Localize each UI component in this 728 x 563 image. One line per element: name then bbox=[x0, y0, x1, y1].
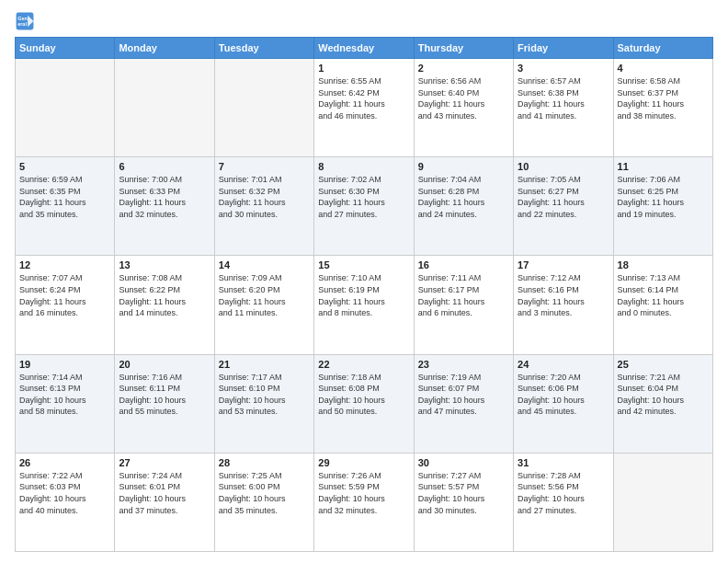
day-info: Sunrise: 7:13 AM Sunset: 6:14 PM Dayligh… bbox=[618, 272, 709, 318]
day-number: 22 bbox=[318, 359, 409, 370]
calendar-cell: 15Sunrise: 7:10 AM Sunset: 6:19 PM Dayli… bbox=[314, 256, 414, 354]
day-info: Sunrise: 7:26 AM Sunset: 5:59 PM Dayligh… bbox=[318, 470, 409, 516]
day-number: 8 bbox=[318, 161, 409, 172]
day-info: Sunrise: 7:02 AM Sunset: 6:30 PM Dayligh… bbox=[318, 174, 409, 220]
day-info: Sunrise: 7:04 AM Sunset: 6:28 PM Dayligh… bbox=[418, 174, 509, 220]
calendar-cell: 9Sunrise: 7:04 AM Sunset: 6:28 PM Daylig… bbox=[414, 157, 513, 256]
day-number: 6 bbox=[119, 161, 210, 172]
calendar-week-0: 1Sunrise: 6:55 AM Sunset: 6:42 PM Daylig… bbox=[16, 59, 713, 157]
svg-text:eral: eral bbox=[17, 22, 27, 28]
calendar-cell bbox=[613, 453, 712, 551]
day-number: 11 bbox=[618, 161, 709, 172]
calendar-cell: 1Sunrise: 6:55 AM Sunset: 6:42 PM Daylig… bbox=[314, 59, 414, 157]
day-number: 23 bbox=[418, 359, 509, 370]
day-info: Sunrise: 7:18 AM Sunset: 6:08 PM Dayligh… bbox=[318, 372, 409, 418]
calendar-cell: 21Sunrise: 7:17 AM Sunset: 6:10 PM Dayli… bbox=[214, 354, 313, 453]
day-number: 26 bbox=[19, 457, 110, 468]
weekday-header-wednesday: Wednesday bbox=[314, 38, 414, 59]
calendar-cell: 6Sunrise: 7:00 AM Sunset: 6:33 PM Daylig… bbox=[115, 157, 214, 256]
day-info: Sunrise: 7:09 AM Sunset: 6:20 PM Dayligh… bbox=[219, 272, 310, 318]
day-info: Sunrise: 7:28 AM Sunset: 5:56 PM Dayligh… bbox=[518, 470, 609, 516]
day-info: Sunrise: 7:14 AM Sunset: 6:13 PM Dayligh… bbox=[19, 372, 110, 418]
day-info: Sunrise: 7:08 AM Sunset: 6:22 PM Dayligh… bbox=[119, 272, 210, 318]
day-number: 24 bbox=[518, 359, 609, 370]
calendar-cell: 10Sunrise: 7:05 AM Sunset: 6:27 PM Dayli… bbox=[514, 157, 613, 256]
calendar-cell: 13Sunrise: 7:08 AM Sunset: 6:22 PM Dayli… bbox=[115, 256, 214, 354]
calendar-cell: 31Sunrise: 7:28 AM Sunset: 5:56 PM Dayli… bbox=[514, 453, 613, 551]
day-info: Sunrise: 6:58 AM Sunset: 6:37 PM Dayligh… bbox=[618, 75, 709, 121]
day-info: Sunrise: 7:10 AM Sunset: 6:19 PM Dayligh… bbox=[318, 272, 409, 318]
day-number: 16 bbox=[418, 259, 509, 270]
day-number: 9 bbox=[418, 161, 509, 172]
day-number: 12 bbox=[19, 259, 110, 270]
calendar-week-1: 5Sunrise: 6:59 AM Sunset: 6:35 PM Daylig… bbox=[16, 157, 713, 256]
calendar-cell bbox=[115, 59, 214, 157]
weekday-header-sunday: Sunday bbox=[16, 38, 115, 59]
day-info: Sunrise: 7:07 AM Sunset: 6:24 PM Dayligh… bbox=[19, 272, 110, 318]
day-number: 21 bbox=[219, 359, 310, 370]
day-info: Sunrise: 6:57 AM Sunset: 6:38 PM Dayligh… bbox=[518, 75, 609, 121]
calendar-cell: 3Sunrise: 6:57 AM Sunset: 6:38 PM Daylig… bbox=[514, 59, 613, 157]
day-info: Sunrise: 7:12 AM Sunset: 6:16 PM Dayligh… bbox=[518, 272, 609, 318]
day-info: Sunrise: 7:21 AM Sunset: 6:04 PM Dayligh… bbox=[618, 372, 709, 418]
day-number: 17 bbox=[518, 259, 609, 270]
header: Gen eral bbox=[15, 11, 713, 31]
day-number: 28 bbox=[219, 457, 310, 468]
day-info: Sunrise: 7:24 AM Sunset: 6:01 PM Dayligh… bbox=[119, 470, 210, 516]
day-info: Sunrise: 7:27 AM Sunset: 5:57 PM Dayligh… bbox=[418, 470, 509, 516]
day-number: 27 bbox=[119, 457, 210, 468]
weekday-header-tuesday: Tuesday bbox=[214, 38, 313, 59]
day-number: 19 bbox=[19, 359, 110, 370]
day-info: Sunrise: 6:56 AM Sunset: 6:40 PM Dayligh… bbox=[418, 75, 509, 121]
day-info: Sunrise: 7:05 AM Sunset: 6:27 PM Dayligh… bbox=[518, 174, 609, 220]
calendar-cell: 20Sunrise: 7:16 AM Sunset: 6:11 PM Dayli… bbox=[115, 354, 214, 453]
calendar-week-4: 26Sunrise: 7:22 AM Sunset: 6:03 PM Dayli… bbox=[16, 453, 713, 551]
day-number: 5 bbox=[19, 161, 110, 172]
day-info: Sunrise: 7:11 AM Sunset: 6:17 PM Dayligh… bbox=[418, 272, 509, 318]
day-info: Sunrise: 7:06 AM Sunset: 6:25 PM Dayligh… bbox=[618, 174, 709, 220]
day-info: Sunrise: 7:16 AM Sunset: 6:11 PM Dayligh… bbox=[119, 372, 210, 418]
calendar-cell: 16Sunrise: 7:11 AM Sunset: 6:17 PM Dayli… bbox=[414, 256, 513, 354]
day-number: 31 bbox=[518, 457, 609, 468]
day-info: Sunrise: 7:20 AM Sunset: 6:06 PM Dayligh… bbox=[518, 372, 609, 418]
day-info: Sunrise: 7:17 AM Sunset: 6:10 PM Dayligh… bbox=[219, 372, 310, 418]
day-number: 7 bbox=[219, 161, 310, 172]
logo: Gen eral bbox=[15, 11, 39, 31]
calendar-cell: 12Sunrise: 7:07 AM Sunset: 6:24 PM Dayli… bbox=[16, 256, 115, 354]
day-info: Sunrise: 6:55 AM Sunset: 6:42 PM Dayligh… bbox=[318, 75, 409, 121]
day-number: 10 bbox=[518, 161, 609, 172]
day-number: 1 bbox=[318, 63, 409, 74]
calendar-cell: 19Sunrise: 7:14 AM Sunset: 6:13 PM Dayli… bbox=[16, 354, 115, 453]
calendar-cell: 25Sunrise: 7:21 AM Sunset: 6:04 PM Dayli… bbox=[613, 354, 712, 453]
logo-icon: Gen eral bbox=[15, 11, 35, 31]
day-number: 18 bbox=[618, 259, 709, 270]
calendar-cell: 17Sunrise: 7:12 AM Sunset: 6:16 PM Dayli… bbox=[514, 256, 613, 354]
day-number: 25 bbox=[618, 359, 709, 370]
calendar-cell: 30Sunrise: 7:27 AM Sunset: 5:57 PM Dayli… bbox=[414, 453, 513, 551]
calendar-cell: 11Sunrise: 7:06 AM Sunset: 6:25 PM Dayli… bbox=[613, 157, 712, 256]
day-number: 14 bbox=[219, 259, 310, 270]
calendar-table: SundayMondayTuesdayWednesdayThursdayFrid… bbox=[15, 37, 713, 552]
calendar-week-3: 19Sunrise: 7:14 AM Sunset: 6:13 PM Dayli… bbox=[16, 354, 713, 453]
weekday-header-row: SundayMondayTuesdayWednesdayThursdayFrid… bbox=[16, 38, 713, 59]
day-info: Sunrise: 6:59 AM Sunset: 6:35 PM Dayligh… bbox=[19, 174, 110, 220]
day-number: 29 bbox=[318, 457, 409, 468]
weekday-header-friday: Friday bbox=[514, 38, 613, 59]
calendar-cell: 26Sunrise: 7:22 AM Sunset: 6:03 PM Dayli… bbox=[16, 453, 115, 551]
calendar-cell: 23Sunrise: 7:19 AM Sunset: 6:07 PM Dayli… bbox=[414, 354, 513, 453]
day-number: 3 bbox=[518, 63, 609, 74]
calendar-cell: 24Sunrise: 7:20 AM Sunset: 6:06 PM Dayli… bbox=[514, 354, 613, 453]
calendar-cell: 29Sunrise: 7:26 AM Sunset: 5:59 PM Dayli… bbox=[314, 453, 414, 551]
calendar-cell bbox=[16, 59, 115, 157]
page: Gen eral SundayMondayTuesdayWednesdayThu… bbox=[0, 0, 728, 563]
weekday-header-thursday: Thursday bbox=[414, 38, 513, 59]
day-info: Sunrise: 7:22 AM Sunset: 6:03 PM Dayligh… bbox=[19, 470, 110, 516]
calendar-cell: 18Sunrise: 7:13 AM Sunset: 6:14 PM Dayli… bbox=[613, 256, 712, 354]
calendar-body: 1Sunrise: 6:55 AM Sunset: 6:42 PM Daylig… bbox=[16, 59, 713, 552]
calendar-cell: 7Sunrise: 7:01 AM Sunset: 6:32 PM Daylig… bbox=[214, 157, 313, 256]
day-info: Sunrise: 7:00 AM Sunset: 6:33 PM Dayligh… bbox=[119, 174, 210, 220]
calendar-header: SundayMondayTuesdayWednesdayThursdayFrid… bbox=[16, 38, 713, 59]
calendar-cell: 22Sunrise: 7:18 AM Sunset: 6:08 PM Dayli… bbox=[314, 354, 414, 453]
day-number: 13 bbox=[119, 259, 210, 270]
day-number: 2 bbox=[418, 63, 509, 74]
